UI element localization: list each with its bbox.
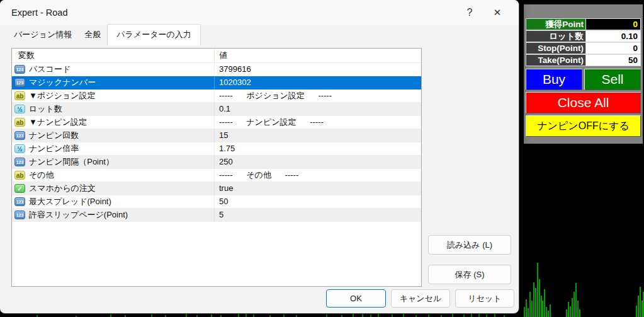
param-name: 許容スリップページ(Point)	[29, 209, 128, 221]
column-header-value: 値	[215, 49, 421, 62]
param-name: マジックナンバー	[29, 77, 96, 88]
panel-stat-value: 0	[585, 42, 641, 54]
param-type-icon: ½	[14, 144, 25, 153]
volume-bar	[246, 313, 247, 317]
param-value: ----- ナンピン設定 -----	[215, 116, 421, 129]
tab-2[interactable]: パラメーターの入力	[107, 24, 201, 45]
param-type-icon: 123	[14, 131, 25, 140]
volume-bar	[548, 311, 549, 317]
table-row[interactable]: 123 ナンピン回数 15	[12, 129, 421, 142]
param-type-icon: ½	[14, 105, 25, 113]
expert-settings-dialog: Expert - Road ? ✕ バージョン情報全般パラメーターの入力 変数 …	[0, 0, 519, 313]
table-row[interactable]: 123 マジックナンバー 1020302	[12, 76, 421, 89]
cancel-button[interactable]: キャンセル	[391, 289, 450, 308]
param-name: ロット数	[29, 103, 62, 115]
ok-button[interactable]: OK	[326, 289, 386, 308]
volume-bar	[428, 314, 429, 317]
volume-bar	[572, 298, 573, 317]
reset-button[interactable]: リセット	[455, 289, 514, 308]
table-header: 変数 値	[12, 49, 421, 63]
table-row[interactable]: ✓ スマホからの注文 true	[12, 182, 421, 195]
table-row[interactable]: ab ▼ナンピン設定 ----- ナンピン設定 -----	[12, 116, 421, 129]
save-button[interactable]: 保存 (S)	[428, 265, 511, 284]
volume-bar	[392, 314, 393, 317]
column-header-variable: 変数	[12, 49, 215, 62]
param-value: 1020302	[215, 76, 421, 89]
volume-bar	[463, 314, 465, 317]
param-name: スマホからの注文	[29, 183, 96, 194]
panel-stat-label: ロット数	[526, 30, 585, 42]
volume-bar	[452, 314, 453, 317]
volume-bar	[362, 313, 363, 317]
volume-bar	[533, 282, 534, 317]
volume-bar	[471, 313, 472, 317]
sell-button[interactable]: Sell	[584, 69, 641, 90]
panel-stat-value: 0	[585, 18, 641, 30]
volume-bar	[283, 314, 285, 317]
dialog-titlebar[interactable]: Expert - Road ? ✕	[0, 0, 519, 25]
dialog-title: Expert - Road	[11, 8, 456, 18]
load-button[interactable]: 読み込み (L)	[428, 235, 511, 255]
param-value: 5	[215, 209, 421, 221]
table-row[interactable]: ½ ナンピン倍率 1.75	[12, 142, 421, 156]
table-row[interactable]: ½ ロット数 0.1	[12, 103, 421, 116]
volume-bar	[378, 314, 379, 317]
param-name: ▼ナンピン設定	[29, 117, 87, 128]
param-value: 250	[215, 156, 421, 168]
volume-bar	[573, 292, 575, 317]
param-value: 15	[215, 129, 421, 142]
param-value: 3799616	[215, 63, 421, 76]
volume-bar	[529, 292, 531, 317]
panel-stat-label: 獲得Point	[526, 18, 585, 30]
param-value: 0.1	[215, 103, 421, 115]
tab-1[interactable]: 全般	[78, 26, 107, 44]
param-name: 最大スプレッド(Point)	[29, 196, 111, 207]
trade-panel: 獲得Point0ロット数0.10Stop(Point)0Take(Point)5…	[524, 4, 643, 144]
table-row[interactable]: 123 許容スリップページ(Point) 5	[12, 209, 421, 222]
volume-bar	[579, 309, 580, 317]
close-all-button[interactable]: Close All	[526, 92, 641, 113]
tab-0[interactable]: バージョン情報	[8, 26, 78, 44]
volume-bar	[550, 304, 551, 317]
panel-stat-value: 50	[585, 54, 641, 66]
volume-bar	[636, 306, 637, 317]
volume-bar	[544, 289, 545, 317]
param-value: 1.75	[215, 142, 421, 155]
volume-bar	[577, 301, 579, 317]
param-type-icon: ab	[14, 118, 25, 127]
table-row[interactable]: ab その他 ----- その他 -----	[12, 169, 421, 182]
volume-bar	[570, 306, 571, 317]
nampin-off-button[interactable]: ナンピンOFFにする	[526, 115, 641, 137]
volume-bar	[568, 302, 569, 317]
table-row[interactable]: 123 パスコード 3799616	[12, 63, 421, 76]
volume-bar	[326, 314, 327, 317]
table-body: 123 パスコード 3799616 123 マジックナンバー 1020302 a…	[12, 63, 421, 222]
param-value: true	[215, 182, 421, 195]
volume-bar	[546, 307, 547, 317]
volume-bar	[370, 314, 371, 317]
param-type-icon: 123	[14, 158, 25, 166]
param-type-icon: ✓	[14, 184, 25, 193]
volume-bar	[353, 314, 354, 317]
close-icon[interactable]: ✕	[483, 3, 511, 22]
table-row[interactable]: 123 ナンピン間隔（Point） 250	[12, 156, 421, 169]
panel-stat-label: Stop(Point)	[526, 42, 585, 54]
param-type-icon: 123	[14, 210, 25, 219]
param-type-icon: 123	[14, 197, 25, 206]
volume-bar	[211, 314, 212, 317]
volume-bar	[478, 314, 480, 317]
volume-bar	[253, 314, 254, 317]
buy-button[interactable]: Buy	[526, 69, 582, 90]
panel-stat-value: 0.10	[585, 30, 641, 42]
param-name: パスコード	[29, 64, 71, 75]
table-row[interactable]: ab ▼ポジション設定 ----- ポジション設定 -----	[12, 89, 421, 103]
panel-stat-row: ロット数0.10	[526, 30, 641, 42]
volume-bar	[238, 314, 239, 317]
param-type-icon: ab	[14, 171, 25, 180]
help-button[interactable]: ?	[456, 3, 483, 22]
volume-bar	[494, 314, 495, 317]
table-row[interactable]: 123 最大スプレッド(Point) 50	[12, 195, 421, 209]
volume-bar	[486, 314, 487, 317]
trade-panel-stats: 獲得Point0ロット数0.10Stop(Point)0Take(Point)5…	[526, 18, 641, 66]
volume-bar	[535, 288, 536, 317]
